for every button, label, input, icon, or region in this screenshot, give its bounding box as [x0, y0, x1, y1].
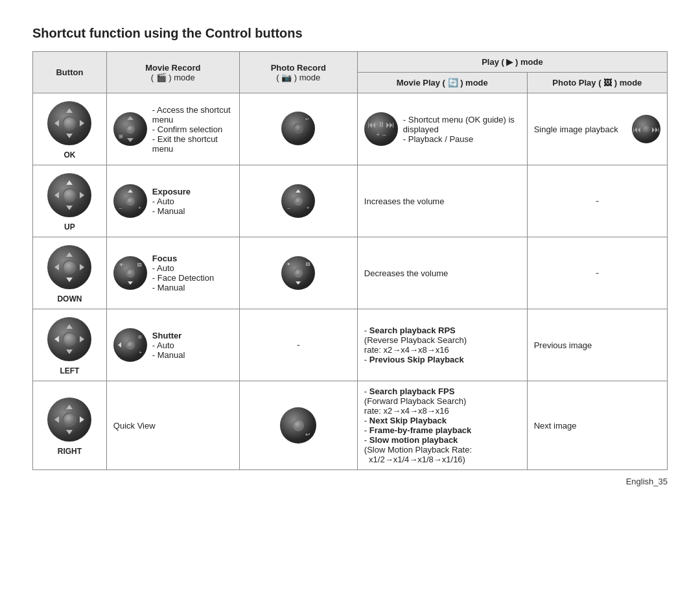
table-row: DOWN 👁 🖼 Focus- Auto- Face Detection- [33, 237, 668, 309]
header-button: Button [33, 52, 107, 93]
up-movie-icon: + – [113, 184, 147, 218]
ok-movie-play-icon: ⏮ ⏸ ⏭ + – [364, 112, 398, 146]
down-label: DOWN [57, 294, 82, 303]
down-photo-record-cell: 👁 🖼 [239, 237, 357, 309]
up-button-circle [47, 173, 91, 217]
header-photo-record-sub: ( 📷 ) mode [276, 73, 320, 82]
ok-movie-play-cell: ⏮ ⏸ ⏭ + – - Shortcut menu (OK guide) is … [357, 93, 527, 165]
right-movie-record-text: Quick View [113, 421, 156, 431]
up-movie-record-cell: + – Exposure- Auto- Manual [106, 165, 239, 237]
button-cell-right: RIGHT [33, 381, 107, 470]
right-photo-icon: ↩ [280, 407, 316, 444]
down-button-circle [47, 245, 91, 289]
left-movie-record-text: Shutter- Auto- Manual [152, 331, 233, 360]
ok-movie-record-cell: ⊞ - Access the shortcut menu- Confirm se… [106, 93, 239, 165]
header-movie-play: Movie Play ( 🔄 ) mode [357, 73, 527, 93]
ok-photo-record-cell: ↩ [239, 93, 357, 165]
left-photo-record-cell: - [239, 309, 357, 381]
header-photo-play: Photo Play ( 🖼 ) mode [527, 73, 667, 93]
ok-movie-record-text: - Access the shortcut menu- Confirm sele… [152, 105, 233, 154]
ok-movie-play-text: - Shortcut menu (OK guide) is displayed-… [403, 115, 520, 144]
header-play-mode: Play ( ▶ ) mode [357, 52, 667, 73]
left-movie-icon: + ⊞ [113, 328, 147, 362]
page-title: Shortcut function using the Control butt… [32, 26, 668, 41]
header-photo-record-label: Photo Record [271, 63, 326, 73]
ok-button-circle [47, 101, 91, 145]
down-movie-record-text: Focus- Auto- Face Detection- Manual [152, 254, 233, 292]
up-movie-play-text: Increases the volume [364, 196, 445, 206]
button-cell-up: UP [33, 165, 107, 237]
button-cell-ok: OK [33, 93, 107, 165]
down-movie-icon: 👁 🖼 [113, 256, 147, 290]
left-movie-play-cell: - Search playback RPS (Reverse Playback … [357, 309, 527, 381]
button-cell-left: LEFT [33, 309, 107, 381]
left-button-circle [47, 317, 91, 361]
up-photo-icon: + – [281, 184, 315, 218]
shortcut-table: Button Movie Record ( 🎬 ) mode Photo Rec… [32, 51, 668, 470]
header-photo-record: Photo Record ( 📷 ) mode [239, 52, 357, 93]
table-row: LEFT + ⊞ Shutter- Auto- Manual [33, 309, 668, 381]
footer: English_35 [32, 477, 668, 486]
down-photo-icon: 👁 🖼 [281, 256, 315, 290]
right-movie-record-cell: Quick View [106, 381, 239, 470]
right-button-circle [47, 397, 91, 442]
right-photo-play-text: Next image [534, 421, 577, 431]
ok-movie-icon: ⊞ [113, 112, 147, 146]
right-movie-play-cell: - Search playback FPS (Forward Playback … [357, 381, 527, 470]
left-photo-play-text: Previous image [534, 340, 592, 350]
ok-photo-icon: ↩ [281, 112, 315, 145]
table-row: RIGHT Quick View ↩ - Search playback FPS… [33, 381, 668, 470]
right-photo-record-cell: ↩ [239, 381, 357, 470]
left-movie-record-cell: + ⊞ Shutter- Auto- Manual [106, 309, 239, 381]
header-movie-record: Movie Record ( 🎬 ) mode [106, 52, 239, 93]
up-movie-play-cell: Increases the volume [357, 165, 527, 237]
down-photo-play-cell: - [527, 237, 667, 309]
ok-photo-play-text: Single image playback [534, 125, 627, 134]
header-movie-record-sub: ( 🎬 ) mode [151, 73, 195, 82]
button-cell-down: DOWN [33, 237, 107, 309]
up-photo-record-cell: + – [239, 165, 357, 237]
header-movie-record-label: Movie Record [145, 63, 200, 73]
ok-photo-play-cell: Single image playback ⏮ ⏭ [527, 93, 667, 165]
down-movie-play-text: Decreases the volume [364, 268, 448, 278]
down-movie-play-cell: Decreases the volume [357, 237, 527, 309]
table-row: OK ⊞ - Access the shortcut menu- Confi [33, 93, 668, 165]
ok-photo-play-icon: ⏮ ⏭ [632, 115, 660, 143]
down-movie-record-cell: 👁 🖼 Focus- Auto- Face Detection- Manual [106, 237, 239, 309]
up-movie-record-text: Exposure- Auto- Manual [152, 187, 233, 216]
right-label: RIGHT [58, 447, 82, 456]
ok-label: OK [64, 150, 75, 160]
left-photo-play-cell: Previous image [527, 309, 667, 381]
left-label: LEFT [60, 366, 79, 375]
right-photo-play-cell: Next image [527, 381, 667, 470]
up-photo-play-cell: - [527, 165, 667, 237]
up-label: UP [64, 222, 75, 231]
table-row: UP + – Exposure- Auto- Manual [33, 165, 668, 237]
